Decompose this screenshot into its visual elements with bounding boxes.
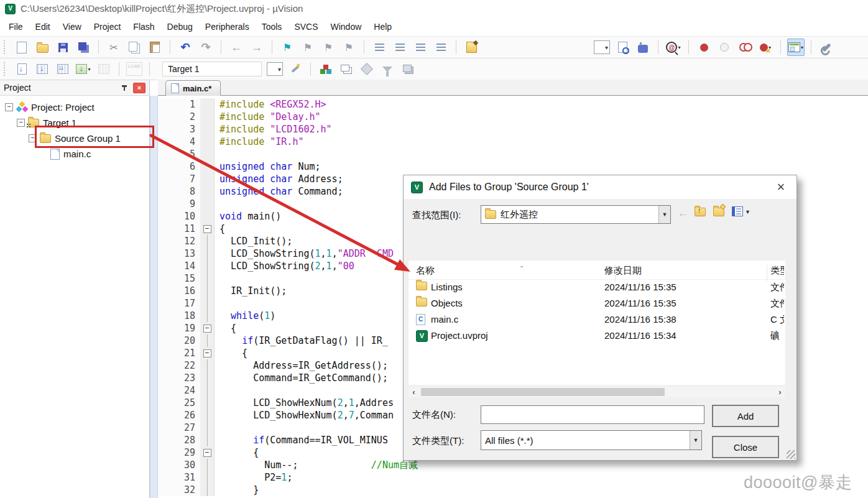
back-icon[interactable]: ← <box>677 206 689 220</box>
column-date[interactable]: 修改日期 <box>604 265 642 277</box>
file-name-input[interactable] <box>481 405 704 424</box>
quick-search-button[interactable]: ▾ <box>665 39 682 56</box>
menu-item-svcs[interactable]: SVCS <box>288 19 324 34</box>
scroll-left-icon[interactable]: ‹ <box>409 387 419 397</box>
view-menu-icon[interactable] <box>732 206 743 216</box>
close-panel-button[interactable] <box>133 83 145 93</box>
options-for-target-button[interactable] <box>287 60 304 78</box>
rebuild-all-button[interactable] <box>54 60 72 78</box>
open-file-button[interactable] <box>34 39 51 56</box>
kill-all-breakpoints-button[interactable]: ▾ <box>757 39 774 56</box>
file-list-hscrollbar[interactable]: ‹ › <box>409 387 785 397</box>
function-filter-button[interactable] <box>379 60 396 78</box>
editor-scrollbar[interactable] <box>150 96 158 498</box>
menu-item-project[interactable]: Project <box>88 19 127 34</box>
manage-run-time-environment-button[interactable] <box>317 60 335 78</box>
add-button[interactable]: Add <box>712 405 779 427</box>
menu-item-debug[interactable]: Debug <box>161 19 199 34</box>
incremental-find-button[interactable] <box>634 39 652 56</box>
file-row-main-c[interactable]: main.c2024/11/16 15:38C 文件 <box>409 312 785 328</box>
fold-collapse-icon[interactable] <box>203 349 211 357</box>
find-combo-button[interactable] <box>593 39 611 56</box>
configure-editor-button[interactable] <box>463 39 480 56</box>
dialog-title-bar[interactable]: Add Files to Group 'Source Group 1' <box>404 175 796 199</box>
new-folder-icon[interactable] <box>713 208 724 216</box>
menu-item-edit[interactable]: Edit <box>29 19 57 34</box>
save-button[interactable] <box>54 39 72 56</box>
stop-build-button[interactable] <box>95 60 113 78</box>
look-in-combo[interactable]: 红外遥控 <box>481 205 671 224</box>
window-layout-button[interactable]: ▾ <box>787 39 805 56</box>
up-one-level-icon[interactable] <box>695 208 706 216</box>
menu-item-flash[interactable]: Flash <box>127 19 160 34</box>
menu-item-view[interactable]: View <box>57 19 88 34</box>
window-layout-dropdown-icon[interactable]: ▾ <box>801 45 803 50</box>
save-all-button[interactable] <box>75 39 92 56</box>
column-name[interactable]: 名称 <box>416 265 435 277</box>
resize-grip[interactable] <box>787 450 795 459</box>
menu-item-tools[interactable]: Tools <box>256 19 289 34</box>
file-row-listings[interactable]: Listings2024/11/16 15:35文件夹 <box>409 280 785 296</box>
view-menu-arrow-icon[interactable]: ▼ <box>745 209 750 215</box>
menu-item-peripherals[interactable]: Peripherals <box>199 19 256 34</box>
new-file-button[interactable] <box>13 39 30 56</box>
tree-item-main-c[interactable]: main.c <box>0 146 149 162</box>
file-type-combo[interactable]: All files (*.*) <box>481 430 702 450</box>
toolbar-handle[interactable] <box>4 62 7 76</box>
previous-bookmark-button[interactable] <box>299 39 316 56</box>
batch-build-button[interactable]: ▾ <box>75 60 92 78</box>
dropdown-arrow-icon[interactable] <box>658 206 670 223</box>
translate-file-button[interactable] <box>13 60 30 78</box>
disable-all-breakpoints-button[interactable] <box>736 39 754 56</box>
manage-project-items-button[interactable] <box>338 60 355 78</box>
file-extensions-button[interactable] <box>399 60 417 78</box>
select-software-packs-button[interactable] <box>358 60 376 78</box>
undo-button[interactable] <box>177 39 194 56</box>
configure-tools-button[interactable] <box>818 39 835 56</box>
cut-button[interactable] <box>105 39 122 56</box>
paste-button[interactable] <box>146 39 164 56</box>
tab-main-c[interactable]: main.c* <box>165 80 221 96</box>
quick-search-dropdown-icon[interactable]: ▾ <box>678 45 680 50</box>
code-text: Address=IR_GetAddress(); <box>215 359 388 372</box>
insert-bookmark-button[interactable] <box>279 39 296 56</box>
toolbar-handle[interactable] <box>4 40 7 54</box>
navigate-forward-button[interactable] <box>248 39 265 56</box>
pin-icon[interactable] <box>121 84 128 91</box>
column-type[interactable]: 类型 <box>770 265 784 277</box>
enable-breakpoint-button[interactable] <box>716 39 733 56</box>
build-button[interactable] <box>34 60 51 78</box>
dropdown-arrow-icon[interactable] <box>690 431 701 450</box>
fold-collapse-icon[interactable] <box>203 225 211 233</box>
batch-build-dropdown-icon[interactable]: ▾ <box>88 67 90 72</box>
copy-button[interactable] <box>126 39 143 56</box>
outdent-button[interactable] <box>391 39 409 56</box>
indent-button[interactable] <box>371 39 388 56</box>
download-button[interactable]: LOAD <box>126 60 143 78</box>
navigate-back-button[interactable] <box>228 39 245 56</box>
fold-collapse-icon[interactable] <box>203 325 211 333</box>
close-button[interactable]: Close <box>712 436 779 458</box>
next-bookmark-button[interactable] <box>320 39 337 56</box>
find-in-files-button[interactable] <box>614 39 631 56</box>
insert-breakpoint-button[interactable] <box>695 39 713 56</box>
expander-icon[interactable] <box>5 103 13 111</box>
comment-selection-button[interactable] <box>412 39 429 56</box>
uncomment-selection-button[interactable] <box>432 39 450 56</box>
clear-bookmarks-button[interactable] <box>340 39 358 56</box>
menu-item-file[interactable]: File <box>2 19 29 34</box>
tree-item-project-project[interactable]: Project: Project <box>0 99 149 115</box>
target-select-combo[interactable]: Target 1 <box>162 62 262 76</box>
redo-button[interactable] <box>197 39 215 56</box>
fold-collapse-icon[interactable] <box>203 449 211 457</box>
file-list[interactable]: 名称 ˆ 修改日期 类型 Listings2024/11/16 15:35文件夹… <box>409 261 785 385</box>
file-row-objects[interactable]: Objects2024/11/16 15:35文件夹 <box>409 296 785 312</box>
expander-icon[interactable] <box>17 119 25 127</box>
file-row-project-uvproj[interactable]: Project.uvproj2024/11/16 15:34礦 <box>409 328 785 344</box>
select-target-button[interactable] <box>266 60 284 78</box>
scroll-right-icon[interactable]: › <box>775 387 785 397</box>
menu-item-help[interactable]: Help <box>367 19 398 34</box>
menu-item-window[interactable]: Window <box>325 19 368 34</box>
scrollbar-thumb[interactable] <box>421 388 665 396</box>
dialog-close-icon[interactable] <box>773 179 789 195</box>
